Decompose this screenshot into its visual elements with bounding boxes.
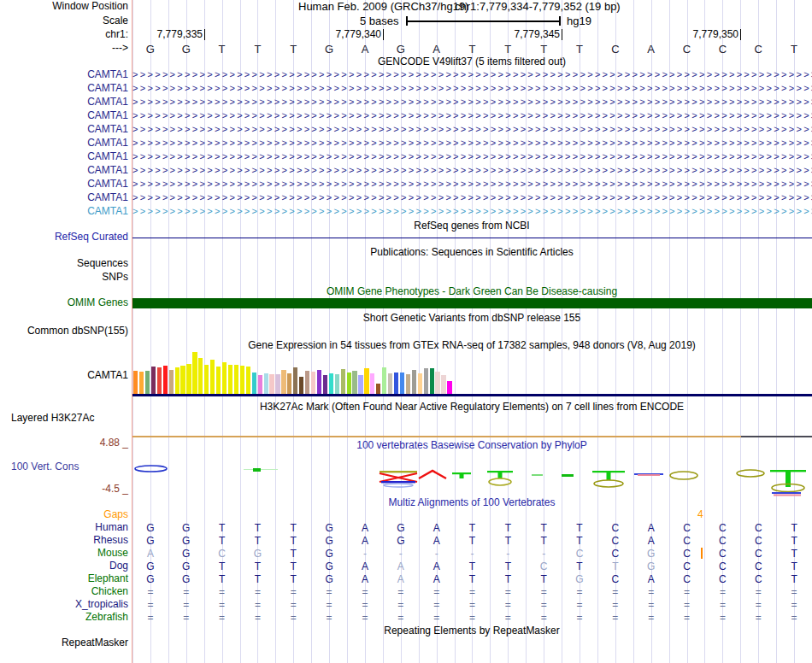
- transcript-intron-arrows[interactable]: >>>>>>>>>>>>>>>>>>>>>>>>>>>>>>>>>>>>>>>>…: [132, 204, 812, 218]
- alignment-base: =: [776, 586, 812, 598]
- label-gaps[interactable]: Gaps: [0, 509, 128, 520]
- species-label[interactable]: Human: [0, 522, 128, 533]
- gtex-tissue-bar[interactable]: [418, 373, 422, 394]
- transcript-label[interactable]: CAMTA1: [0, 206, 128, 217]
- transcript-label[interactable]: CAMTA1: [0, 151, 128, 162]
- gtex-tissue-bar[interactable]: [341, 369, 345, 394]
- label-snps[interactable]: SNPs: [0, 272, 128, 283]
- label-gtex-gene[interactable]: CAMTA1: [0, 370, 128, 381]
- gtex-tissue-bar[interactable]: [240, 366, 244, 394]
- gtex-tissue-bar[interactable]: [246, 367, 250, 394]
- transcript-label[interactable]: CAMTA1: [0, 83, 128, 94]
- gtex-tissue-bar[interactable]: [424, 368, 428, 394]
- transcript-label[interactable]: CAMTA1: [0, 192, 128, 203]
- refseq-curated-line[interactable]: [132, 238, 812, 238]
- label-common-dbsnp[interactable]: Common dbSNP(155): [0, 326, 128, 337]
- transcript-intron-arrows[interactable]: >>>>>>>>>>>>>>>>>>>>>>>>>>>>>>>>>>>>>>>>…: [132, 81, 812, 95]
- gtex-tissue-bar[interactable]: [234, 365, 238, 394]
- omim-gene-bar[interactable]: [132, 298, 812, 308]
- label-refseq-curated[interactable]: RefSeq Curated: [0, 232, 128, 243]
- species-label[interactable]: Mouse: [0, 548, 128, 559]
- transcript-intron-arrows[interactable]: >>>>>>>>>>>>>>>>>>>>>>>>>>>>>>>>>>>>>>>>…: [132, 67, 812, 81]
- gtex-tissue-bar[interactable]: [186, 364, 191, 394]
- gtex-tissue-bar[interactable]: [335, 374, 339, 394]
- gtex-tissue-bar[interactable]: [406, 374, 410, 394]
- gtex-tissue-bar[interactable]: [430, 368, 434, 394]
- gtex-tissue-bar[interactable]: [370, 373, 374, 394]
- transcript-label[interactable]: CAMTA1: [0, 110, 128, 121]
- transcript-intron-arrows[interactable]: >>>>>>>>>>>>>>>>>>>>>>>>>>>>>>>>>>>>>>>>…: [132, 136, 812, 150]
- transcript-intron-arrows[interactable]: >>>>>>>>>>>>>>>>>>>>>>>>>>>>>>>>>>>>>>>>…: [132, 191, 812, 204]
- alignment-base: T: [204, 560, 240, 572]
- gtex-tissue-bar[interactable]: [441, 375, 445, 394]
- species-label[interactable]: Dog: [0, 560, 128, 572]
- gtex-tissue-bar[interactable]: [311, 372, 315, 394]
- transcript-label[interactable]: CAMTA1: [0, 69, 128, 80]
- gtex-tissue-bar[interactable]: [258, 375, 262, 394]
- label-sequences[interactable]: Sequences: [0, 258, 128, 269]
- species-label[interactable]: Elephant: [0, 573, 128, 584]
- species-label[interactable]: Chicken: [0, 586, 128, 597]
- gtex-tissue-bar[interactable]: [204, 365, 209, 394]
- gtex-tissue-bar[interactable]: [376, 384, 380, 394]
- label-vert-cons[interactable]: 100 Vert. Cons: [11, 461, 79, 472]
- gtex-tissue-bar[interactable]: [198, 358, 203, 394]
- gtex-tissue-bar[interactable]: [180, 366, 185, 394]
- gtex-tissue-bar[interactable]: [222, 362, 227, 394]
- gtex-tissue-bar[interactable]: [175, 367, 179, 394]
- gtex-tissue-bar[interactable]: [264, 373, 268, 394]
- gtex-tissue-bar[interactable]: [169, 370, 174, 394]
- gtex-tissue-bar[interactable]: [400, 373, 404, 394]
- gtex-tissue-bar[interactable]: [151, 367, 156, 394]
- transcript-intron-arrows[interactable]: >>>>>>>>>>>>>>>>>>>>>>>>>>>>>>>>>>>>>>>>…: [132, 163, 812, 177]
- transcript-intron-arrows[interactable]: >>>>>>>>>>>>>>>>>>>>>>>>>>>>>>>>>>>>>>>>…: [132, 150, 812, 163]
- gtex-tissue-bar[interactable]: [388, 373, 392, 394]
- transcript-label[interactable]: CAMTA1: [0, 97, 128, 108]
- gtex-tissue-bar[interactable]: [382, 367, 386, 394]
- gtex-tissue-bar[interactable]: [269, 374, 274, 394]
- gtex-tissue-bar[interactable]: [287, 373, 291, 394]
- gtex-tissue-bar[interactable]: [364, 368, 368, 394]
- transcript-intron-arrows[interactable]: >>>>>>>>>>>>>>>>>>>>>>>>>>>>>>>>>>>>>>>>…: [132, 109, 812, 122]
- gtex-tissue-bar[interactable]: [275, 374, 279, 394]
- gtex-tissue-bar[interactable]: [352, 371, 356, 394]
- transcript-label[interactable]: CAMTA1: [0, 124, 128, 135]
- gtex-tissue-bar[interactable]: [252, 373, 256, 394]
- gtex-tissue-bar[interactable]: [347, 373, 351, 394]
- transcript-label[interactable]: CAMTA1: [0, 179, 128, 190]
- gtex-tissue-bar[interactable]: [133, 371, 138, 394]
- gtex-tissue-bar[interactable]: [293, 367, 297, 394]
- gtex-tissue-bar[interactable]: [210, 360, 215, 394]
- gtex-tissue-bar[interactable]: [145, 371, 150, 394]
- gtex-tissue-bar[interactable]: [281, 370, 285, 394]
- label-omim-genes[interactable]: OMIM Genes: [0, 297, 128, 308]
- gtex-tissue-bar[interactable]: [412, 370, 416, 394]
- species-label[interactable]: Rhesus: [0, 535, 128, 546]
- alignment-base: A: [419, 573, 455, 585]
- title-h3k27ac: H3K27Ac Mark (Often Found Near Active Re…: [260, 402, 684, 413]
- label-repeatmasker[interactable]: RepeatMasker: [0, 637, 128, 648]
- transcript-intron-arrows[interactable]: >>>>>>>>>>>>>>>>>>>>>>>>>>>>>>>>>>>>>>>>…: [132, 122, 812, 136]
- gtex-tissue-bar[interactable]: [157, 367, 162, 394]
- transcript-intron-arrows[interactable]: >>>>>>>>>>>>>>>>>>>>>>>>>>>>>>>>>>>>>>>>…: [132, 177, 812, 191]
- gtex-tissue-bar[interactable]: [358, 375, 362, 394]
- gtex-tissue-bar[interactable]: [447, 381, 451, 394]
- gtex-tissue-bar[interactable]: [163, 366, 168, 394]
- gtex-tissue-bar[interactable]: [139, 372, 144, 394]
- gtex-tissue-bar[interactable]: [435, 372, 439, 394]
- gtex-tissue-bar[interactable]: [394, 373, 398, 394]
- label-layered-h3k27ac[interactable]: Layered H3K27Ac: [11, 413, 94, 424]
- transcript-label[interactable]: CAMTA1: [0, 138, 128, 149]
- gtex-tissue-bar[interactable]: [192, 352, 197, 394]
- gtex-tissue-bar[interactable]: [323, 375, 327, 394]
- species-label[interactable]: X_tropicalis: [0, 599, 128, 610]
- transcript-intron-arrows[interactable]: >>>>>>>>>>>>>>>>>>>>>>>>>>>>>>>>>>>>>>>>…: [132, 95, 812, 109]
- species-label[interactable]: Zebrafish: [0, 612, 128, 623]
- gtex-tissue-bar[interactable]: [299, 377, 303, 394]
- gtex-tissue-bar[interactable]: [216, 367, 221, 394]
- gtex-tissue-bar[interactable]: [228, 365, 232, 394]
- gtex-tissue-bar[interactable]: [305, 371, 309, 394]
- gtex-tissue-bar[interactable]: [329, 373, 333, 394]
- transcript-label[interactable]: CAMTA1: [0, 165, 128, 176]
- gtex-tissue-bar[interactable]: [317, 370, 321, 394]
